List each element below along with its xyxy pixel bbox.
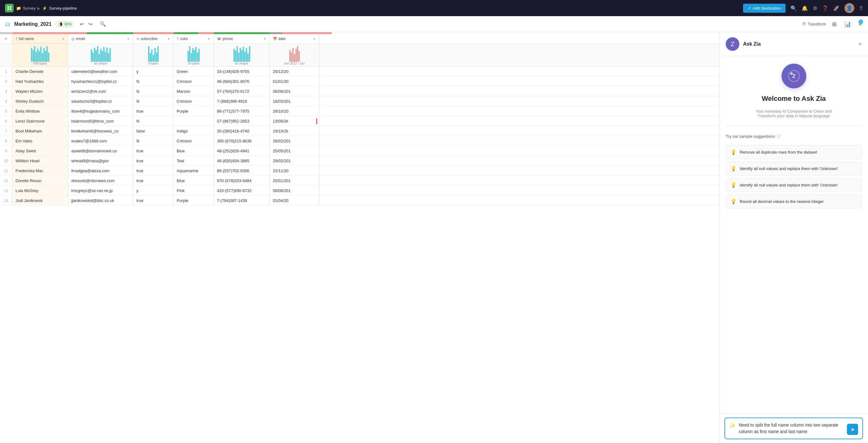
cell-subscriber[interactable]: true <box>133 146 174 156</box>
cell-fullname[interactable]: Charlie Demete <box>12 67 68 76</box>
app-logo[interactable] <box>5 4 13 12</box>
cell-phone[interactable]: 86-(771)577-7975 <box>214 107 270 116</box>
rocket-icon[interactable]: 🚀 <box>833 5 839 11</box>
cell-email[interactable]: lstairmond5@time_com <box>68 116 133 126</box>
cell-phone[interactable]: 970-(578)333-6484 <box>214 176 270 185</box>
cell-date[interactable]: 20/12/20 <box>270 67 319 76</box>
add-destination-button[interactable]: ↗ Add Destination <box>743 4 785 13</box>
cell-fullname[interactable]: Em Vales <box>12 136 68 146</box>
cell-subscriber[interactable]: y <box>133 67 174 76</box>
cell-email[interactable]: itlow4@hugedomains_com <box>68 107 133 116</box>
cell-fullname[interactable]: Lula McGrey <box>12 186 68 196</box>
cell-date[interactable]: 01/01/20 <box>270 77 319 86</box>
cell-date[interactable]: 16/03/201 <box>270 96 319 106</box>
cell-date[interactable]: 08/06/201 <box>270 186 319 196</box>
cell-email[interactable]: aswett8@domainmark.co <box>68 146 133 156</box>
cell-fullname[interactable]: Had Yushachko <box>12 77 68 86</box>
cell-date[interactable]: 29/02/201 <box>270 156 319 166</box>
cell-date[interactable]: 13/09/2k <box>270 116 319 126</box>
cell-email[interactable]: fmadgea@alexa.com <box>68 166 133 176</box>
cell-phone[interactable]: 420-(577)690-6732 <box>214 186 270 196</box>
avatar[interactable]: 👤 <box>844 3 855 13</box>
col-dropdown-subscriber[interactable]: ▼ <box>167 37 170 41</box>
cell-phone[interactable]: 7-(784)587-1439 <box>214 196 270 205</box>
cell-subscriber[interactable]: true <box>133 107 174 116</box>
cell-email[interactable]: lmcgreyc@so-net.ne.jp <box>68 186 133 196</box>
col-header-color[interactable]: T color ▼ <box>174 34 214 43</box>
grid-view-button[interactable]: ⊞ <box>831 20 838 29</box>
cell-color[interactable]: Crimson <box>174 136 214 146</box>
cell-email[interactable]: bmilkeham6@foxnews_co <box>68 126 133 136</box>
cell-subscriber[interactable]: N <box>133 77 174 86</box>
cell-date[interactable]: 01/04/20 <box>270 196 319 205</box>
col-header-email[interactable]: @ email ▼ <box>68 34 133 43</box>
cell-phone[interactable]: 57-(764)270-6172 <box>214 87 270 96</box>
cell-subscriber[interactable]: true <box>133 196 174 205</box>
cell-phone[interactable]: 46-(684)301-8076 <box>214 77 270 86</box>
cell-fullname[interactable]: Boot Milkeham <box>12 126 68 136</box>
cell-date[interactable]: 26/02/201 <box>270 136 319 146</box>
cell-fullname[interactable]: Waylen Mizzen <box>12 87 68 96</box>
cell-color[interactable]: Maroon <box>174 87 214 96</box>
cell-email[interactable]: evales7@1688.com <box>68 136 133 146</box>
col-header-subscriber[interactable]: % subscriber ▼ <box>133 34 174 43</box>
breadcrumb-survey[interactable]: Survey <box>23 6 35 10</box>
cell-color[interactable]: Aquamarine <box>174 166 214 176</box>
cell-color[interactable] <box>174 116 214 126</box>
cell-color[interactable]: Teal <box>174 156 214 166</box>
cell-subscriber[interactable]: y <box>133 186 174 196</box>
cell-subscriber[interactable]: N <box>133 116 174 126</box>
zia-input-box[interactable]: ✨ Need to split the full name column int… <box>724 418 863 439</box>
cell-phone[interactable]: 86-(557)702-8306 <box>214 166 270 176</box>
cell-fullname[interactable]: Fredericka Mac <box>12 166 68 176</box>
help-icon[interactable]: ❓ <box>822 5 828 11</box>
cell-phone[interactable]: 33-(148)926-9755 <box>214 67 270 76</box>
cell-fullname[interactable]: Dorette Resun <box>12 176 68 185</box>
cell-subscriber[interactable]: true <box>133 176 174 185</box>
cell-phone[interactable]: 57-(967)952-2653 <box>214 116 270 126</box>
suggestion-item-3[interactable]: 💡Round all decimal values to the nearest… <box>726 195 862 208</box>
cell-fullname[interactable]: Lenci Stairmone <box>12 116 68 126</box>
cell-email[interactable]: dresunb@nbcnews.com <box>68 176 133 185</box>
cell-phone[interactable]: 7-(868)399-4919 <box>214 96 270 106</box>
cell-phone[interactable]: 48-(252)826-4941 <box>214 146 270 156</box>
data-table-section[interactable]: # T full name ▼ @ email ▼ % subscriber ▼ <box>0 32 719 443</box>
transform-button[interactable]: ⏱ Transform <box>802 22 826 26</box>
cell-date[interactable]: 28/10/20 <box>270 107 319 116</box>
cell-email[interactable]: whead9@nasa@gov <box>68 156 133 166</box>
cell-email[interactable]: jjanikowskid@bbc.co.uk <box>68 196 133 205</box>
cell-date[interactable]: 25/01/201 <box>270 176 319 185</box>
cell-color[interactable]: Pink <box>174 186 214 196</box>
cell-color[interactable]: Crimson <box>174 77 214 86</box>
cell-date[interactable]: 25/05/201 <box>270 146 319 156</box>
search-nav-icon[interactable]: 🔍 <box>790 5 797 11</box>
col-dropdown-phone[interactable]: ▼ <box>263 37 266 41</box>
cell-color[interactable]: Crimson <box>174 96 214 106</box>
zia-close-button[interactable]: × <box>858 41 862 48</box>
cell-email[interactable]: sduetsche3@toplist-cz <box>68 96 133 106</box>
cell-date[interactable]: 19/10/2k <box>270 126 319 136</box>
cell-email[interactable]: hyushachkov1@toplist.cz <box>68 77 133 86</box>
col-header-date[interactable]: 📅 date ▼ <box>270 34 319 43</box>
chart-view-button[interactable]: 📊 <box>843 20 852 29</box>
redo-button[interactable]: ↪ <box>87 20 94 28</box>
cell-phone[interactable]: 385-(670)215-8636 <box>214 136 270 146</box>
cell-fullname[interactable]: Willdon Head <box>12 156 68 166</box>
cell-phone[interactable]: 46-(830)934-3885 <box>214 156 270 166</box>
cell-email[interactable]: wmizzen2@vk.com <box>68 87 133 96</box>
col-dropdown-date[interactable]: ▼ <box>313 37 316 41</box>
cell-color[interactable]: Purple <box>174 196 214 205</box>
zia-input-text[interactable]: Need to split the full name column into … <box>739 422 844 435</box>
bell-icon[interactable]: 🔔 <box>802 5 808 11</box>
list-view-button[interactable]: ≡ 1 <box>857 20 863 29</box>
cell-subscriber[interactable]: false <box>133 126 174 136</box>
cell-fullname[interactable]: Abey Swett <box>12 146 68 156</box>
cell-fullname[interactable]: Evita Whitlow <box>12 107 68 116</box>
undo-button[interactable]: ↩ <box>78 20 86 28</box>
col-header-phone[interactable]: ☎ phone ▼ <box>214 34 270 43</box>
cell-email[interactable]: cdemeter0@weather.com <box>68 67 133 76</box>
col-dropdown-email[interactable]: ▼ <box>127 37 130 41</box>
cell-subscriber[interactable]: true <box>133 156 174 166</box>
col-dropdown-color[interactable]: ▼ <box>207 37 211 41</box>
grid-icon[interactable]: ⠿ <box>859 5 863 11</box>
